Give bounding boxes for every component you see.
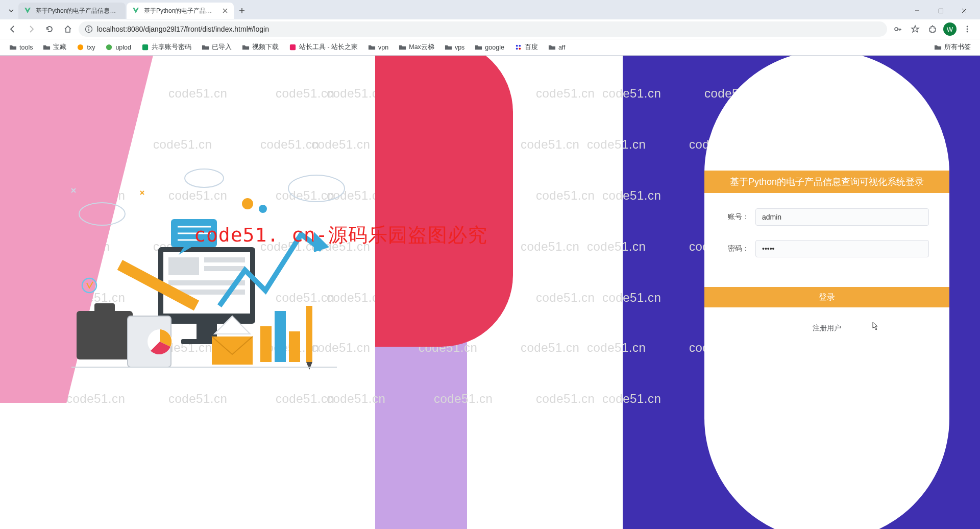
bookmark-star-icon[interactable] — [908, 21, 923, 37]
svg-rect-19 — [77, 311, 133, 359]
svg-point-2 — [88, 27, 89, 28]
bookmark-google[interactable]: google — [471, 41, 508, 53]
bookmark-txy[interactable]: txy — [72, 41, 99, 53]
svg-rect-23 — [168, 257, 199, 275]
url-text: localhost:8080/django29l17/front/dist/in… — [97, 25, 269, 33]
tab-search-dropdown[interactable] — [4, 4, 18, 18]
link-icon — [289, 43, 297, 51]
url-input[interactable]: localhost:8080/django29l17/front/dist/in… — [79, 21, 887, 37]
svg-rect-25 — [204, 266, 245, 271]
page-content: code51.cncode51.cncode51.cncode51.cncode… — [0, 56, 980, 529]
svg-point-14 — [519, 47, 521, 50]
browser-tab-0[interactable]: 基于Python的电子产品信息查询 — [18, 3, 126, 19]
bookmark-vps[interactable]: vps — [440, 41, 469, 53]
svg-rect-0 — [939, 9, 943, 13]
profile-button[interactable]: W — [942, 21, 958, 37]
login-panel: 基于Python的电子产品信息查询可视化系统登录 账号： 密码： 登录 注册用户 — [704, 171, 949, 333]
svg-point-11 — [516, 45, 518, 47]
svg-rect-10 — [290, 44, 296, 50]
svg-point-13 — [516, 47, 518, 50]
svg-rect-39 — [289, 331, 300, 362]
vue-favicon — [23, 7, 32, 15]
new-tab-button[interactable] — [235, 4, 249, 18]
close-window-button[interactable] — [952, 3, 976, 19]
svg-point-42 — [259, 205, 267, 213]
vue-favicon — [132, 7, 140, 15]
bookmark-vpn[interactable]: vpn — [364, 41, 393, 53]
bookmark-shared-pwd[interactable]: 共享账号密码 — [137, 41, 195, 54]
cursor-icon — [870, 321, 879, 332]
folder-icon — [445, 43, 452, 51]
tab-title: 基于Python的电子产品信息查询 — [36, 7, 120, 15]
watermark-text: code51.cn — [521, 137, 579, 152]
minimize-button[interactable] — [905, 3, 929, 19]
folder-icon — [475, 43, 482, 51]
bookmarks-bar: tools 宝藏 txy uplod 共享账号密码 已导入 视频下载 站长工具 … — [0, 39, 980, 55]
forward-button[interactable] — [23, 21, 39, 37]
svg-point-15 — [79, 203, 125, 225]
watermark-text: code51.cn — [276, 86, 334, 101]
watermark-text: code51.cn — [276, 392, 334, 406]
bookmark-video[interactable]: 视频下载 — [238, 41, 283, 54]
svg-rect-24 — [204, 257, 245, 262]
close-icon[interactable] — [222, 7, 229, 14]
username-input[interactable] — [755, 208, 929, 226]
password-input[interactable] — [755, 240, 929, 257]
watermark-text: code51.cn — [536, 291, 595, 305]
svg-point-17 — [185, 169, 224, 187]
folder-icon — [934, 43, 942, 51]
watermark-text: code51.cn — [168, 86, 227, 101]
watermark-text: code51.cn — [536, 392, 595, 406]
login-form: 账号： 密码： — [704, 193, 949, 282]
all-bookmarks-button[interactable]: 所有书签 — [930, 41, 975, 54]
watermark-text: code51.cn — [536, 188, 595, 203]
bookmark-baidu[interactable]: 百度 — [510, 41, 542, 54]
folder-icon — [399, 43, 406, 51]
extensions-icon[interactable] — [925, 21, 940, 37]
bookmark-maxcloud[interactable]: Max云梯 — [395, 41, 438, 54]
svg-rect-43 — [306, 306, 312, 362]
svg-point-8 — [106, 44, 112, 50]
watermark-text: code51.cn — [168, 392, 227, 406]
watermark-text: code51.cn — [521, 341, 579, 355]
bookmark-aff[interactable]: aff — [544, 41, 570, 53]
svg-point-7 — [78, 44, 83, 50]
watermark-text: code51.cn — [260, 137, 319, 152]
bookmark-webmaster[interactable]: 站长工具 - 站长之家 — [285, 41, 362, 54]
back-button[interactable] — [5, 21, 20, 37]
bookmark-tools[interactable]: tools — [5, 41, 37, 53]
svg-rect-37 — [260, 326, 272, 362]
folder-icon — [242, 43, 250, 51]
bookmark-imported[interactable]: 已导入 — [198, 41, 236, 54]
folder-icon — [43, 43, 51, 51]
watermark-text: code51.cn — [66, 392, 125, 406]
folder-icon — [202, 43, 209, 51]
maximize-button[interactable] — [929, 3, 952, 19]
overlay-watermark: code51. cn-源码乐园盗图必究 — [194, 222, 487, 248]
folder-icon — [9, 43, 17, 51]
reload-button[interactable] — [42, 21, 57, 37]
tab-bar: 基于Python的电子产品信息查询 基于Python的电子产品信息查询 — [0, 0, 980, 19]
svg-point-5 — [967, 29, 968, 30]
login-button[interactable]: 登录 — [704, 287, 949, 307]
browser-tab-1[interactable]: 基于Python的电子产品信息查询 — [127, 3, 234, 19]
svg-point-41 — [242, 198, 253, 209]
register-link[interactable]: 注册用户 — [704, 324, 949, 333]
bookmark-treasure[interactable]: 宝藏 — [39, 41, 70, 54]
home-button[interactable] — [60, 21, 76, 37]
svg-rect-20 — [94, 303, 115, 312]
svg-rect-38 — [275, 311, 286, 362]
browser-chrome: 基于Python的电子产品信息查询 基于Python的电子产品信息查询 loca… — [0, 0, 980, 56]
address-bar: localhost:8080/django29l17/front/dist/in… — [0, 19, 980, 39]
menu-button[interactable] — [960, 21, 975, 37]
svg-point-12 — [519, 45, 521, 47]
bookmark-uplod[interactable]: uplod — [101, 41, 135, 53]
link-icon — [141, 43, 149, 51]
login-title: 基于Python的电子产品信息查询可视化系统登录 — [704, 171, 949, 193]
site-info-icon[interactable] — [85, 25, 93, 33]
password-key-icon[interactable] — [890, 21, 905, 37]
svg-point-4 — [967, 26, 968, 28]
watermark-text: code51.cn — [536, 86, 595, 101]
tab-title: 基于Python的电子产品信息查询 — [144, 7, 217, 15]
watermark-text: code51.cn — [311, 137, 370, 152]
